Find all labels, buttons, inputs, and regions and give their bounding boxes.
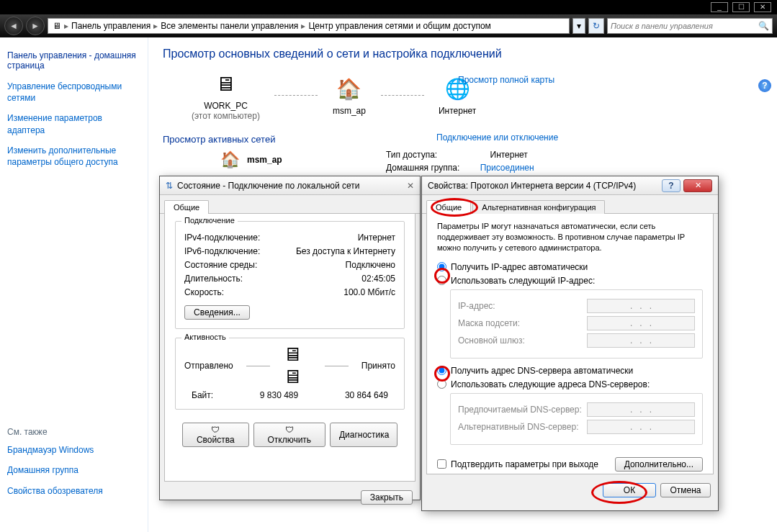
- validate-checkbox[interactable]: Подтвердить параметры при выходе: [437, 459, 598, 469]
- back-button[interactable]: ◄: [4, 17, 23, 35]
- radio-manual-dns[interactable]: Использовать следующие адреса DNS-сервер…: [437, 379, 703, 389]
- window-titlebar: _ ☐ ✕: [0, 0, 777, 14]
- homegroup-link[interactable]: Присоединен: [480, 163, 534, 173]
- seealso-firewall[interactable]: Брандмауэр Windows: [7, 444, 140, 456]
- node-pc: 🖥 WORK_PC (этот компьютер): [192, 69, 260, 121]
- refresh-button[interactable]: ↻: [588, 18, 604, 34]
- minimize-button[interactable]: _: [711, 2, 728, 12]
- breadcrumb[interactable]: 🖥 ▸ Панель управления ▸ Все элементы пан…: [48, 18, 570, 34]
- control-panel-icon: 🖥: [51, 20, 63, 32]
- seealso-ie-options[interactable]: Свойства обозревателя: [7, 485, 140, 497]
- ok-button[interactable]: ОК: [603, 483, 656, 497]
- search-input[interactable]: [611, 22, 758, 30]
- node-ap: 🏠 msm_ap: [332, 74, 367, 116]
- status-dialog: ⇅ Состояние - Подключение по локальной с…: [159, 176, 421, 500]
- sidebar-link-wireless[interactable]: Управление беспроводными сетями: [7, 81, 140, 104]
- tab-general[interactable]: Общие: [164, 200, 209, 214]
- search-icon: 🔍: [758, 21, 769, 31]
- maximize-button[interactable]: ☐: [732, 2, 750, 12]
- breadcrumb-item[interactable]: Панель управления: [70, 21, 152, 31]
- dialog-title: Состояние - Подключение по локальной сет…: [177, 181, 360, 191]
- details-button[interactable]: Сведения...: [184, 305, 250, 320]
- tab-general[interactable]: Общие: [426, 200, 471, 214]
- radio-manual-ip[interactable]: Использовать следующий IP-адрес:: [437, 276, 703, 286]
- computer-icon: 🖥: [208, 69, 243, 98]
- dialog-title: Свойства: Протокол Интернета версии 4 (T…: [428, 181, 636, 191]
- gateway-field: . . .: [587, 333, 695, 348]
- monitors-icon: 🖥🖥: [283, 351, 312, 380]
- help-button[interactable]: ?: [662, 179, 681, 192]
- bytes-sent: 9 830 489: [260, 390, 298, 400]
- close-button[interactable]: ✕: [754, 2, 771, 12]
- breadcrumb-item[interactable]: Все элементы панели управления: [159, 21, 300, 31]
- description: Параметры IP могут назначаться автоматич…: [437, 221, 703, 253]
- sidebar-link-adapter[interactable]: Изменение параметров адаптера: [7, 112, 140, 135]
- house-icon: 🏠: [332, 74, 367, 103]
- sidebar-home[interactable]: Панель управления - домашняя страница: [7, 50, 140, 71]
- subnet-mask-field: . . .: [587, 316, 695, 330]
- help-icon[interactable]: ?: [758, 79, 771, 92]
- bytes-recv: 30 864 649: [345, 390, 388, 400]
- close-button[interactable]: Закрыть: [361, 490, 413, 505]
- breadcrumb-item[interactable]: Центр управления сетями и общим доступом: [307, 21, 493, 31]
- connect-disconnect[interactable]: Подключение или отключение: [436, 132, 558, 143]
- ip-address-field: . . .: [587, 299, 695, 313]
- cancel-button[interactable]: Отмена: [660, 483, 711, 497]
- seealso-label: См. также: [7, 427, 140, 437]
- close-icon[interactable]: ✕: [407, 181, 414, 191]
- sidebar-link-sharing[interactable]: Изменить дополнительные параметры общего…: [7, 145, 140, 168]
- forward-button[interactable]: ►: [26, 17, 45, 35]
- dns1-field: . . .: [587, 402, 695, 417]
- house-icon: 🏠: [220, 150, 240, 169]
- dns2-field: . . .: [587, 420, 695, 434]
- search-box[interactable]: 🔍: [607, 18, 773, 34]
- network-icon: ⇅: [166, 181, 173, 191]
- view-full-map[interactable]: Просмотр полной карты: [458, 75, 554, 85]
- disable-button[interactable]: 🛡 Отключить: [253, 423, 325, 447]
- tab-alternate[interactable]: Альтернативная конфигурация: [472, 200, 605, 214]
- network-name: msm_ap: [247, 155, 282, 165]
- close-button[interactable]: ✕: [683, 179, 712, 192]
- radio-auto-ip[interactable]: Получить IP-адрес автоматически: [437, 262, 703, 272]
- seealso-homegroup[interactable]: Домашняя группа: [7, 464, 140, 476]
- radio-auto-dns[interactable]: Получить адрес DNS-сервера автоматически: [437, 366, 703, 376]
- nav-bar: ◄ ► 🖥 ▸ Панель управления ▸ Все элементы…: [0, 14, 777, 37]
- breadcrumb-history[interactable]: ▾: [572, 18, 585, 34]
- properties-button[interactable]: 🛡 Свойства: [182, 423, 249, 447]
- advanced-button[interactable]: Дополнительно...: [615, 457, 703, 472]
- diagnose-button[interactable]: Диагностика: [330, 423, 398, 447]
- sidebar: Панель управления - домашняя страница Уп…: [0, 37, 148, 532]
- page-title: Просмотр основных сведений о сети и наст…: [163, 48, 763, 60]
- ipv4-dialog: Свойства: Протокол Интернета версии 4 (T…: [421, 176, 719, 511]
